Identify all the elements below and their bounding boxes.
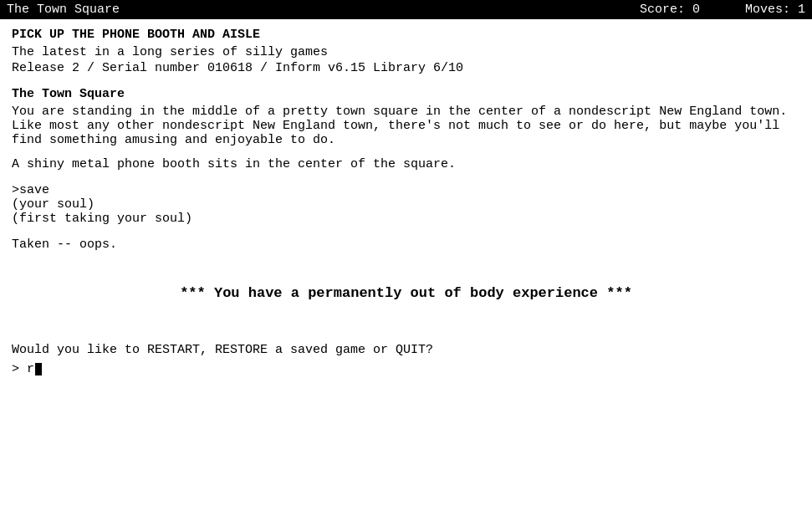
command-prompt: >save bbox=[12, 183, 800, 197]
game-subtitle: The latest in a long series of silly gam… bbox=[12, 45, 800, 59]
window-title: The Town Square bbox=[7, 3, 120, 17]
moves-display: Moves: 1 bbox=[745, 3, 805, 17]
score-display: Score: 0 bbox=[640, 3, 700, 17]
command-block: >save (your soul) (first taking your sou… bbox=[12, 183, 800, 226]
input-line[interactable]: > r bbox=[12, 362, 800, 376]
location-title: The Town Square bbox=[12, 87, 800, 101]
text-cursor bbox=[35, 363, 42, 375]
description-line3: find something amusing and enjoyable to … bbox=[12, 133, 800, 147]
taken-text: Taken -- oops. bbox=[12, 237, 800, 252]
phone-booth-text: A shiny metal phone booth sits in the ce… bbox=[12, 157, 800, 171]
main-content: PICK UP THE PHONE BOOTH AND AISLE The la… bbox=[0, 19, 812, 385]
score-moves: Score: 0 Moves: 1 bbox=[640, 3, 805, 17]
title-bar: The Town Square Score: 0 Moves: 1 bbox=[0, 0, 812, 19]
description-text: You are standing in the middle of a pret… bbox=[12, 105, 800, 147]
input-text: > r bbox=[12, 362, 34, 376]
game-release: Release 2 / Serial number 010618 / Infor… bbox=[12, 61, 800, 75]
command-response1: (your soul) bbox=[12, 197, 800, 212]
death-message: *** You have a permanently out of body e… bbox=[12, 277, 800, 309]
restart-prompt: Would you like to RESTART, RESTORE a sav… bbox=[12, 343, 800, 357]
description-line1: You are standing in the middle of a pret… bbox=[12, 105, 800, 119]
game-title: PICK UP THE PHONE BOOTH AND AISLE bbox=[12, 28, 800, 42]
description-line2: Like most any other nondescript New Engl… bbox=[12, 119, 800, 133]
command-response2: (first taking your soul) bbox=[12, 212, 800, 226]
